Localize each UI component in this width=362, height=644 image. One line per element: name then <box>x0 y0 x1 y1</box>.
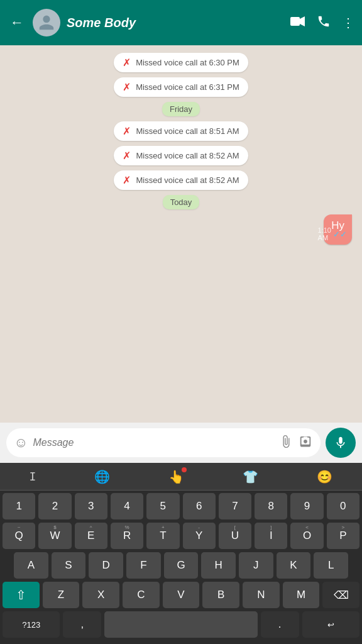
keyboard-toolbar: I 🌐 👆 👕 😊 <box>0 463 362 491</box>
key-sub-W: $ <box>53 525 56 530</box>
phone-call-icon[interactable] <box>317 14 331 31</box>
key-0[interactable]: 0 <box>327 493 359 519</box>
key-U[interactable]: [U <box>219 523 251 549</box>
key-L[interactable]: L <box>314 552 348 579</box>
missed-call-msg: ✗ Missed voice call at 8:52 AM <box>114 146 248 165</box>
key-sub-I: ] <box>270 525 272 530</box>
header-icons: ⋮ <box>290 14 354 31</box>
camera-button[interactable] <box>298 435 313 452</box>
key-S[interactable]: S <box>52 552 86 579</box>
key-2[interactable]: 2 <box>38 493 71 519</box>
missed-call-text: Missed voice call at 6:31 PM <box>136 82 239 92</box>
key-F[interactable]: F <box>126 552 161 579</box>
cursor-icon[interactable]: I <box>30 470 36 483</box>
delete-key[interactable]: ⌫ <box>322 582 359 608</box>
key-7[interactable]: 7 <box>219 493 251 519</box>
back-button[interactable]: ← <box>8 12 26 33</box>
key-sub-R: % <box>124 525 129 530</box>
key-V[interactable]: V <box>163 582 200 608</box>
keyboard: I 🌐 👆 👕 😊 1234567890~Q$W^E%R+T-Y[U]I<O>P… <box>0 463 362 644</box>
key-O[interactable]: <O <box>290 523 323 549</box>
symbol-key[interactable]: ?123 <box>3 611 60 638</box>
avatar <box>33 9 60 36</box>
enter-key[interactable]: ↩ <box>302 611 359 638</box>
input-wrapper: ☺ <box>6 428 321 457</box>
key-M[interactable]: M <box>283 582 320 608</box>
globe-icon[interactable]: 🌐 <box>94 469 110 484</box>
gesture-icon[interactable]: 👆 <box>168 469 184 484</box>
key-Q[interactable]: ~Q <box>3 523 35 549</box>
key-3[interactable]: 3 <box>75 493 107 519</box>
key-6[interactable]: 6 <box>183 493 216 519</box>
key-Y[interactable]: -Y <box>183 523 216 549</box>
key-B[interactable]: B <box>202 582 239 608</box>
key-5[interactable]: 5 <box>146 493 179 519</box>
key-D[interactable]: D <box>89 552 123 579</box>
key-Z[interactable]: Z <box>43 582 80 608</box>
emoji-button[interactable]: ☺ <box>14 435 28 451</box>
chat-messages: ✗ Missed voice call at 6:30 PM ✗ Missed … <box>0 45 362 423</box>
video-call-icon[interactable] <box>290 16 305 30</box>
missed-call-icon: ✗ <box>123 57 131 69</box>
key-C[interactable]: C <box>123 582 160 608</box>
key-sub-U: [ <box>234 525 236 530</box>
missed-call-icon: ✗ <box>123 174 131 186</box>
key-sub-O: < <box>305 525 309 530</box>
space-key[interactable] <box>104 611 258 638</box>
key-J[interactable]: J <box>239 552 273 579</box>
emoji-kb-icon[interactable]: 😊 <box>317 469 332 484</box>
missed-call-icon: ✗ <box>123 81 131 93</box>
key-G[interactable]: G <box>164 552 199 579</box>
svg-rect-0 <box>290 17 300 26</box>
key-I[interactable]: ]I <box>255 523 287 549</box>
mic-button[interactable] <box>326 428 356 458</box>
shirt-icon[interactable]: 👕 <box>243 469 258 484</box>
missed-call-text: Missed voice call at 8:51 AM <box>136 126 239 136</box>
chat-header: ← Some Body ⋮ <box>0 0 362 45</box>
message-input-area: ☺ <box>0 423 362 463</box>
key-A[interactable]: A <box>14 552 48 579</box>
svg-marker-1 <box>300 16 305 26</box>
key-R[interactable]: %R <box>111 523 143 549</box>
missed-call-text: Missed voice call at 8:52 AM <box>136 175 239 185</box>
key-X[interactable]: X <box>82 582 119 608</box>
key-4[interactable]: 4 <box>111 493 143 519</box>
shift-key[interactable]: ⇧ <box>3 582 40 608</box>
comma-key[interactable]: , <box>63 611 101 638</box>
key-sub-T: + <box>162 525 165 530</box>
key-8[interactable]: 8 <box>255 493 287 519</box>
missed-call-text: Missed voice call at 8:52 AM <box>136 151 239 160</box>
read-ticks: ✓✓ <box>333 230 347 239</box>
key-H[interactable]: H <box>201 552 236 579</box>
attach-button[interactable] <box>279 435 293 452</box>
key-E[interactable]: ^E <box>75 523 107 549</box>
keyboard-rows: 1234567890~Q$W^E%R+T-Y[U]I<O>PASDFGHJKL⇧… <box>0 491 362 644</box>
message-meta: 1:10 AM ✓✓ <box>318 226 347 242</box>
more-options-icon[interactable]: ⋮ <box>342 15 354 30</box>
key-sub-Y: - <box>198 525 200 530</box>
key-1[interactable]: 1 <box>3 493 35 519</box>
date-label: Today <box>163 195 200 209</box>
key-K[interactable]: K <box>277 552 311 579</box>
message-time: 1:10 AM <box>318 226 331 242</box>
period-key[interactable]: . <box>261 611 299 638</box>
date-label: Friday <box>162 102 200 116</box>
key-sub-Q: ~ <box>18 525 21 530</box>
missed-call-msg: ✗ Missed voice call at 8:52 AM <box>114 170 248 190</box>
missed-call-icon: ✗ <box>123 125 131 137</box>
key-P[interactable]: >P <box>327 523 359 549</box>
contact-name: Some Body <box>67 16 284 30</box>
missed-call-text: Missed voice call at 6:30 PM <box>136 58 239 67</box>
missed-call-msg: ✗ Missed voice call at 8:51 AM <box>114 121 248 141</box>
sent-message-bubble: Hy 1:10 AM ✓✓ <box>324 214 352 245</box>
key-W[interactable]: $W <box>38 523 71 549</box>
message-input[interactable] <box>33 437 274 448</box>
missed-call-msg: ✗ Missed voice call at 6:30 PM <box>114 53 248 72</box>
key-sub-P: > <box>341 525 344 530</box>
missed-call-msg: ✗ Missed voice call at 6:31 PM <box>114 77 248 97</box>
key-9[interactable]: 9 <box>290 493 323 519</box>
key-N[interactable]: N <box>243 582 280 608</box>
missed-call-icon: ✗ <box>123 150 131 162</box>
key-sub-E: ^ <box>90 525 92 530</box>
key-T[interactable]: +T <box>146 523 179 549</box>
